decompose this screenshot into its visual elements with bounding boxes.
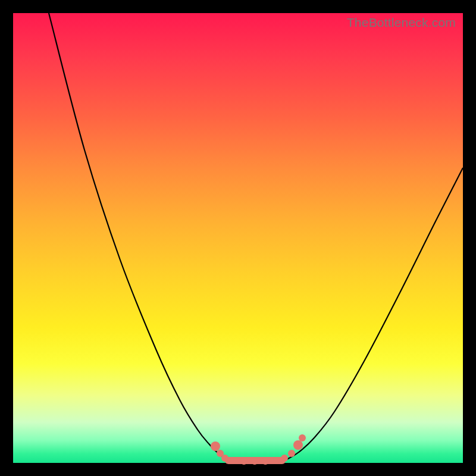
valley-bead — [262, 458, 269, 465]
valley-bead — [293, 440, 303, 450]
curve-right-branch — [287, 168, 463, 459]
valley-bead — [251, 458, 258, 465]
valley-bead — [240, 458, 248, 465]
valley-bead — [288, 450, 295, 457]
bottleneck-curve-chart — [13, 13, 463, 463]
valley-bead — [273, 457, 280, 464]
valley-bead — [211, 441, 220, 451]
valley-bead — [221, 455, 228, 462]
chart-frame: TheBottleneck.com — [13, 13, 463, 463]
valley-bead — [281, 455, 288, 462]
valley-bead — [299, 434, 306, 441]
valley-bead — [230, 457, 237, 464]
curve-left-branch — [49, 13, 227, 459]
